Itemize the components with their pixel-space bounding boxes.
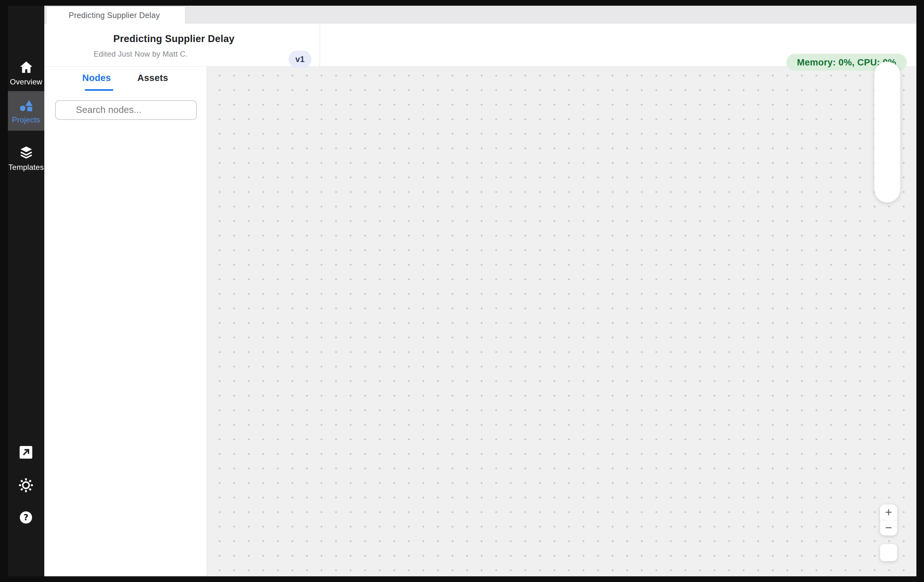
zoom-in-button[interactable]: + <box>880 505 897 520</box>
tab-title: Predicting Supplier Delay <box>69 11 170 20</box>
node-panel: Nodes Assets <box>44 66 207 576</box>
search-input[interactable] <box>75 102 194 117</box>
zoom-controls: + − <box>880 505 897 536</box>
help-icon: ? <box>18 521 33 526</box>
fit-view-button[interactable] <box>880 544 897 561</box>
search-icon <box>61 105 71 115</box>
run-toolbar <box>874 62 900 203</box>
sidebar-item-templates[interactable]: Templates <box>8 138 44 178</box>
search-box <box>55 100 197 120</box>
open-external-button[interactable] <box>18 445 33 460</box>
sidebar-item-label: Overview <box>10 77 42 86</box>
external-link-icon <box>18 455 33 461</box>
tab-predicting-supplier-delay[interactable]: Predicting Supplier Delay <box>46 6 185 24</box>
sidebar-item-projects[interactable]: Projects <box>8 91 44 131</box>
page-title: Predicting Supplier Delay <box>113 33 234 45</box>
active-tab-underline <box>85 89 113 91</box>
workflow-canvas[interactable] <box>207 66 916 576</box>
header-divider <box>320 24 320 66</box>
edge-layer <box>207 66 916 576</box>
close-icon[interactable] <box>170 11 180 20</box>
version-badge[interactable]: v1 <box>289 51 311 68</box>
tab-strip: Predicting Supplier Delay <box>44 6 916 24</box>
flow-icon <box>53 10 64 21</box>
layers-icon <box>19 145 34 160</box>
edited-status: Edited Just Now by Matt C. <box>94 49 188 59</box>
tab-nodes[interactable]: Nodes <box>82 73 111 83</box>
app-sidebar: Overview Projects Templates ? <box>8 6 44 576</box>
einblick-logo[interactable] <box>15 15 37 37</box>
sidebar-item-label: Templates <box>8 163 44 172</box>
settings-button[interactable] <box>18 478 33 493</box>
shapes-icon <box>19 98 34 113</box>
sidebar-item-label: Projects <box>12 115 40 124</box>
svg-text:?: ? <box>23 513 28 522</box>
home-icon <box>19 60 34 75</box>
help-button[interactable]: ? <box>18 510 33 525</box>
zoom-out-button[interactable]: − <box>880 520 897 536</box>
gear-icon <box>18 488 33 494</box>
tab-assets[interactable]: Assets <box>137 73 168 83</box>
project-header: Predicting Supplier Delay Edited Just No… <box>44 24 916 67</box>
flow-icon <box>97 35 109 47</box>
sidebar-item-overview[interactable]: Overview <box>8 53 44 93</box>
app-window: Predicting Supplier Delay Predicting Sup… <box>8 6 916 576</box>
